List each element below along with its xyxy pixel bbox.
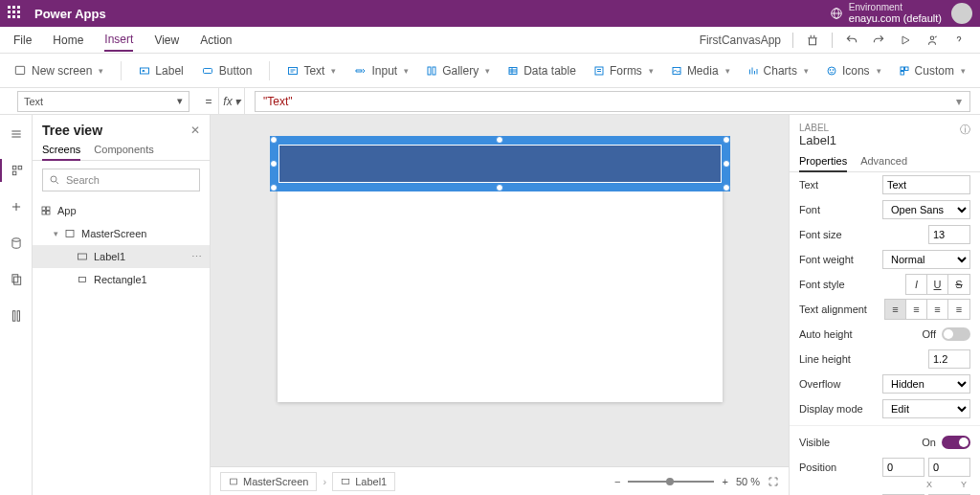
ribbon-gallery[interactable]: Gallery▾	[426, 64, 490, 78]
zoom-in-button[interactable]: +	[722, 476, 727, 487]
canvas-screen[interactable]	[278, 144, 723, 402]
app-checker-icon[interactable]	[805, 33, 820, 48]
menu-insert[interactable]: Insert	[104, 33, 133, 52]
prop-fontsize-input[interactable]	[928, 225, 970, 244]
rail-data[interactable]	[0, 232, 32, 255]
ribbon-icons[interactable]: Icons▾	[826, 64, 881, 78]
new-screen-button[interactable]: New screen▾	[13, 64, 103, 78]
datatable-icon	[507, 65, 519, 77]
fit-icon[interactable]	[768, 476, 779, 487]
menu-file[interactable]: File	[13, 34, 32, 47]
svg-rect-5	[203, 68, 212, 73]
tree-close-icon[interactable]: ✕	[190, 124, 200, 137]
more-icon[interactable]: ⋯	[191, 251, 202, 263]
prop-fontweight-select[interactable]: Normal	[882, 250, 970, 269]
svg-point-21	[11, 238, 19, 242]
prop-text-input[interactable]	[882, 175, 970, 194]
autoheight-toggle[interactable]	[942, 327, 970, 341]
app-name[interactable]: FirstCanvasApp	[700, 34, 781, 47]
ribbon-label[interactable]: Label	[139, 64, 183, 78]
tree-screen-node[interactable]: ▾MasterScreen	[33, 222, 210, 245]
tree-title: Tree view	[42, 123, 102, 138]
prop-lineheight-input[interactable]	[928, 349, 970, 369]
svg-rect-15	[901, 67, 904, 71]
prop-overflow-select[interactable]: Hidden	[882, 374, 970, 394]
tab-properties[interactable]: Properties	[799, 151, 847, 172]
share-icon[interactable]	[924, 33, 940, 48]
insert-ribbon: New screen▾ Label Button Text▾ Input▾ Ga…	[0, 54, 980, 88]
svg-rect-29	[42, 212, 46, 215]
svg-rect-35	[342, 479, 349, 484]
svg-point-12	[828, 67, 835, 75]
svg-point-26	[51, 176, 56, 182]
redo-icon[interactable]	[871, 33, 886, 48]
svg-rect-6	[289, 67, 298, 74]
property-selector[interactable]: Text▾	[17, 91, 189, 112]
zoom-slider[interactable]	[628, 481, 714, 483]
equals-sign: =	[199, 95, 218, 108]
ribbon-charts[interactable]: Charts▾	[747, 64, 809, 78]
zoom-out-button[interactable]: −	[614, 476, 620, 487]
tab-advanced[interactable]: Advanced	[860, 151, 907, 171]
app-brand: Power Apps	[34, 7, 106, 21]
menu-action[interactable]: Action	[200, 34, 232, 47]
svg-rect-9	[509, 67, 517, 74]
prop-fontweight-label: Font weight	[799, 254, 854, 265]
gallery-icon	[426, 65, 437, 77]
prop-overflow-label: Overflow	[799, 378, 840, 390]
menu-home[interactable]: Home	[53, 34, 83, 47]
properties-panel: LABEL Label1 ⓘ Properties Advanced Text …	[789, 115, 980, 495]
menu-view[interactable]: View	[154, 34, 179, 47]
rail-insert[interactable]	[0, 195, 32, 218]
svg-point-2	[930, 35, 934, 39]
tab-components[interactable]: Components	[94, 140, 153, 160]
selected-control[interactable]	[270, 136, 730, 191]
svg-rect-32	[78, 254, 87, 259]
text-icon	[287, 65, 299, 77]
environment-picker[interactable]: Environmentenayu.com (default)	[830, 2, 942, 24]
prop-displaymode-select[interactable]: Edit	[882, 399, 970, 418]
prop-displaymode-label: Display mode	[799, 403, 863, 415]
ribbon-button[interactable]: Button	[201, 64, 253, 78]
formula-input[interactable]: "Text"▾	[255, 91, 970, 112]
svg-rect-31	[66, 231, 74, 237]
info-icon[interactable]: ⓘ	[960, 123, 970, 147]
position-y-input[interactable]	[928, 458, 970, 477]
align-buttons[interactable]: ≡≡≡≡	[884, 299, 970, 320]
visible-toggle[interactable]	[942, 436, 970, 449]
help-icon[interactable]	[951, 33, 967, 48]
ribbon-datatable[interactable]: Data table	[507, 64, 576, 78]
tree-rect-node[interactable]: Rectangle1	[33, 268, 210, 291]
svg-rect-16	[904, 67, 908, 71]
position-x-input[interactable]	[882, 458, 924, 477]
prop-fontsize-label: Font size	[799, 229, 842, 240]
ribbon-input[interactable]: Input▾	[353, 64, 409, 78]
app-launcher-icon[interactable]	[8, 6, 23, 21]
play-icon[interactable]	[898, 33, 913, 48]
svg-point-13	[830, 69, 831, 70]
tree-app-node[interactable]: App	[33, 199, 210, 222]
rail-tree-view[interactable]	[0, 159, 32, 182]
tree-search-input[interactable]: Search	[42, 169, 200, 191]
svg-rect-25	[17, 311, 19, 322]
prop-font-select[interactable]: Open Sans	[882, 200, 970, 219]
svg-point-14	[833, 69, 834, 70]
rail-hamburger[interactable]	[0, 123, 32, 146]
tab-screens[interactable]: Screens	[42, 140, 80, 161]
rail-advanced[interactable]	[0, 304, 32, 327]
fontstyle-buttons[interactable]: IUS	[905, 274, 970, 295]
undo-icon[interactable]	[844, 33, 859, 48]
ribbon-text[interactable]: Text▾	[287, 64, 336, 78]
ribbon-custom[interactable]: Custom▾	[899, 64, 966, 78]
ribbon-media[interactable]: Media▾	[671, 64, 730, 78]
new-screen-icon	[13, 64, 27, 78]
prop-lineheight-label: Line height	[799, 353, 851, 365]
custom-icon	[899, 65, 910, 77]
breadcrumb-control[interactable]: Label1	[332, 472, 395, 491]
rail-media[interactable]	[0, 268, 32, 291]
tree-label-node[interactable]: Label1⋯	[33, 245, 210, 268]
charts-icon	[747, 65, 759, 77]
breadcrumb-screen[interactable]: MasterScreen	[220, 472, 317, 491]
user-avatar[interactable]	[951, 3, 972, 24]
ribbon-forms[interactable]: Forms▾	[593, 64, 654, 78]
